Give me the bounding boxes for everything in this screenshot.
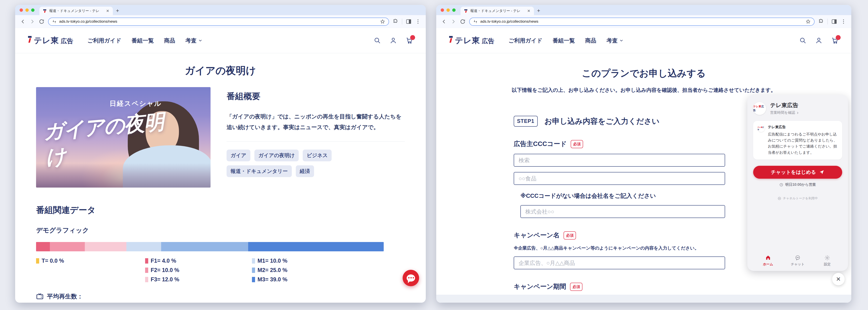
chevron-down-icon [619, 38, 623, 42]
tag-business[interactable]: ビジネス [303, 149, 332, 161]
tag-documentary[interactable]: 報道・ドキュメンタリー [226, 165, 292, 177]
average-views-block: 平均再生数： 〜10万再生 ※ 各話の平均再生数(配信開始後７日間) [36, 292, 405, 303]
zoom-window-button[interactable] [31, 8, 34, 12]
url-text[interactable]: ads.tv-tokyo.co.jp/collections/news [59, 19, 377, 24]
overview-heading: 番組概要 [226, 91, 405, 102]
site-info-icon[interactable] [473, 19, 477, 24]
legend-item-F1: F1= 4.0 % [145, 257, 252, 264]
cart-icon[interactable] [831, 37, 838, 44]
search-icon[interactable] [799, 37, 806, 44]
nav-item-programs[interactable]: 番組一覧 [131, 37, 154, 44]
traffic-lights[interactable] [20, 5, 34, 15]
cart-icon[interactable] [406, 37, 413, 44]
legend-column: F1= 4.0 %F2= 10.0 %F3= 12.0 % [145, 257, 252, 283]
company-name-input[interactable] [520, 205, 725, 218]
chat-agent-name: テレ東広告 [768, 125, 838, 130]
menu-kebab-icon[interactable] [841, 19, 846, 25]
menu-kebab-icon[interactable] [415, 19, 421, 25]
chat-tab-bar: ホーム チャット 設定 [753, 250, 842, 271]
chat-bubble-icon [795, 255, 801, 261]
nav-item-guide[interactable]: ご利用ガイド [88, 37, 121, 44]
close-window-button[interactable] [20, 8, 23, 12]
chat-launcher-button[interactable] [403, 270, 419, 286]
ccc-note: ※CCCコードがない場合は会社名をご記入ください [520, 192, 725, 200]
ccc-company-input[interactable] [514, 172, 725, 185]
extensions-icon[interactable] [818, 19, 824, 25]
back-icon[interactable] [441, 19, 447, 25]
forward-icon[interactable] [451, 19, 456, 25]
close-tab-icon[interactable]: ✕ [106, 9, 110, 13]
legend-item-M3: M3= 39.0 % [252, 276, 359, 283]
chat-title: テレ東広告 [770, 102, 799, 109]
chat-close-button[interactable]: ✕ [832, 273, 845, 285]
chat-tab-settings[interactable]: 設定 [813, 255, 842, 267]
close-window-button[interactable] [441, 8, 444, 12]
campaign-name-input[interactable] [514, 256, 725, 269]
legend-swatch-T [36, 258, 39, 264]
browser-window-apply: 報道・ドキュメンタリー - テレ ✕ + ads.tv-tokyo.co.jp/… [436, 5, 851, 303]
start-chat-button[interactable]: チャットをはじめる [753, 166, 842, 179]
tab-title: 報道・ドキュメンタリー - テレ [470, 9, 525, 13]
reload-icon[interactable] [460, 19, 466, 25]
browser-window-program: 報道・ドキュメンタリー - テレ ✕ + ads.tv-tokyo.co.jp/… [15, 5, 426, 303]
tag-gaia-no-yoake[interactable]: ガイアの夜明け [254, 149, 299, 161]
overview-body: 「ガイアの夜明け」では、ニッポンの再生を目指し奮闘する人たちを追い続けていきます… [226, 111, 405, 132]
apply-page-title: このプランでお申し込みする [436, 67, 851, 79]
traffic-lights[interactable] [441, 5, 456, 15]
account-icon[interactable] [390, 37, 397, 44]
new-tab-button[interactable]: + [537, 7, 540, 14]
logo-sub-text: 広告 [482, 37, 494, 45]
nav-item-guide[interactable]: ご利用ガイド [508, 37, 542, 44]
chat-agent-avatar: テレ東広告 [757, 125, 765, 132]
ccc-search-input[interactable] [514, 154, 725, 167]
nav-item-review[interactable]: 考査 [185, 37, 202, 44]
browser-tab[interactable]: 報道・ドキュメンタリー - テレ ✕ [39, 7, 113, 15]
site-logo[interactable]: テレ東 広告 [449, 35, 494, 46]
side-panel-icon[interactable] [831, 19, 837, 25]
chat-tab-home[interactable]: ホーム [753, 255, 783, 267]
channel-talk-credit[interactable]: チャネルトークを利用中 [753, 197, 842, 201]
tag-economy[interactable]: 経済 [296, 165, 314, 177]
nav-item-products[interactable]: 商品 [164, 37, 175, 44]
chat-hours-link[interactable]: 営業時間を確認 [770, 110, 799, 115]
chat-tab-chat[interactable]: チャット [783, 255, 812, 267]
url-bar[interactable]: ads.tv-tokyo.co.jp/collections/news [48, 18, 389, 26]
close-tab-icon[interactable]: ✕ [527, 9, 531, 13]
header-icons [799, 37, 838, 44]
browser-tab[interactable]: 報道・ドキュメンタリー - テレ ✕ [461, 7, 534, 15]
tab-title: 報道・ドキュメンタリー - テレ [49, 9, 103, 13]
search-icon[interactable] [374, 37, 381, 44]
side-panel-icon[interactable] [406, 19, 411, 25]
reload-icon[interactable] [39, 19, 44, 25]
nav-item-products[interactable]: 商品 [585, 37, 596, 44]
legend-swatch-M1 [252, 258, 255, 264]
nav-item-programs[interactable]: 番組一覧 [553, 37, 575, 44]
bookmark-star-icon[interactable] [806, 19, 811, 24]
site-info-icon[interactable] [52, 19, 57, 24]
logo-main-text: テレ東 [455, 35, 480, 46]
browser-toolbar: ads.tv-tokyo.co.jp/collections/news [15, 15, 426, 28]
demographic-legend: T= 0.0 %F1= 4.0 %F2= 10.0 %F3= 12.0 %M1=… [36, 257, 405, 283]
zoom-window-button[interactable] [452, 8, 456, 12]
account-icon[interactable] [815, 37, 823, 44]
url-bar[interactable]: ads.tv-tokyo.co.jp/collections/news [469, 18, 814, 26]
chat-bubble-icon [407, 274, 415, 281]
legend-swatch-F3 [145, 277, 148, 282]
new-tab-button[interactable]: + [116, 7, 119, 14]
bar-segment-M1 [126, 242, 161, 251]
clock-icon [779, 183, 783, 187]
url-text[interactable]: ads.tv-tokyo.co.jp/collections/news [480, 19, 803, 24]
step1-badge: STEP1 [514, 116, 538, 127]
tv-icon [36, 293, 43, 300]
tag-gaia[interactable]: ガイア [226, 149, 250, 161]
back-icon[interactable] [20, 19, 26, 25]
minimize-window-button[interactable] [25, 8, 29, 12]
forward-icon[interactable] [29, 19, 35, 25]
nav-item-review[interactable]: 考査 [607, 37, 623, 44]
minimize-window-button[interactable] [446, 8, 450, 12]
extensions-icon[interactable] [393, 19, 398, 25]
site-logo[interactable]: テレ東 広告 [28, 35, 73, 46]
required-badge: 必須 [563, 231, 576, 240]
send-icon [819, 170, 825, 175]
bookmark-star-icon[interactable] [380, 19, 385, 24]
